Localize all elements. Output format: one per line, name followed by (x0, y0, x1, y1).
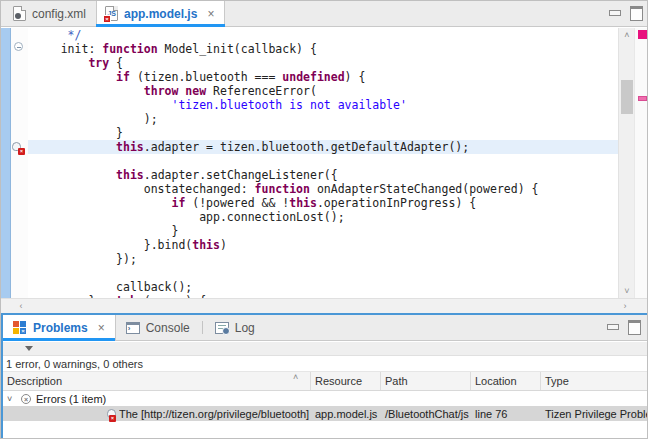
console-icon: › (126, 322, 140, 334)
tab-console[interactable]: › Console (116, 315, 200, 340)
errors-group-row[interactable]: ˅ × Errors (1 item) (3, 391, 647, 406)
close-icon[interactable]: × (207, 7, 214, 21)
ide-window: config.xml JS× app.model.js × × */ init: (0, 0, 648, 439)
errors-group-label: Errors (1 item) (36, 393, 106, 405)
editor-tabbar: config.xml JS× app.model.js × (1, 1, 648, 27)
column-resource[interactable]: Resource (311, 372, 381, 390)
tab-log-label: Log (235, 321, 255, 335)
problem-row[interactable]: × The [http://tizen.org/privilege/blueto… (3, 406, 647, 421)
overview-error-header-icon[interactable] (638, 30, 647, 39)
maximize-icon[interactable] (629, 5, 643, 19)
horizontal-scrollbar[interactable]: ‹ › (1, 298, 648, 313)
problems-icon: × (13, 321, 27, 335)
problems-table: Description ˄ Resource Path Location Typ… (3, 372, 647, 438)
editor-window-controls (607, 5, 643, 19)
tab-log[interactable]: Log (205, 315, 265, 340)
minimize-icon[interactable] (605, 319, 619, 333)
editor-body: × */ init: function Model_init(callback)… (1, 28, 648, 298)
column-path[interactable]: Path (381, 372, 471, 390)
problem-description: The [http://tizen.org/privilege/bluetoot… (119, 408, 311, 420)
column-location[interactable]: Location (471, 372, 541, 390)
problem-path: /BluetoothChat/js (381, 408, 471, 420)
problems-summary: 1 error, 0 warnings, 0 others (3, 356, 647, 372)
column-description[interactable]: Description (3, 372, 311, 390)
code-area[interactable]: */ init: function Model_init(callback) {… (28, 28, 618, 298)
chevron-down-icon[interactable]: ˅ (7, 394, 17, 404)
vertical-scrollbar-thumb[interactable] (621, 80, 633, 114)
problems-window-controls (605, 319, 641, 333)
tab-config-xml-label: config.xml (32, 7, 86, 21)
vertical-scrollbar[interactable]: ˄ ˅ (618, 28, 634, 298)
problem-resource: app.model.js (311, 408, 381, 420)
problem-location: line 76 (471, 408, 541, 420)
problems-toolbar (3, 342, 647, 356)
tab-problems[interactable]: × Problems × (3, 315, 116, 340)
problems-table-header: Description ˄ Resource Path Location Typ… (3, 372, 647, 391)
scroll-up-icon[interactable]: ˄ (619, 28, 635, 42)
log-icon (215, 322, 229, 334)
tab-app-model-js[interactable]: JS× app.model.js × (96, 1, 225, 26)
scroll-right-icon[interactable]: › (617, 299, 633, 314)
column-type[interactable]: Type (541, 372, 647, 390)
fold-collapse-icon[interactable] (14, 42, 23, 51)
quickdiff-strip (1, 28, 11, 298)
scroll-down-icon[interactable]: ˅ (619, 284, 635, 298)
overview-ruler (634, 28, 648, 298)
problems-part: × Problems × › Console Log 1 error, 0 wa (1, 313, 648, 439)
editor-part: config.xml JS× app.model.js × × */ init: (1, 1, 648, 313)
minimize-icon[interactable] (607, 5, 621, 19)
view-menu-icon[interactable] (25, 346, 33, 351)
error-lamp-icon[interactable]: × (12, 142, 24, 154)
scroll-left-icon[interactable]: ‹ (13, 299, 29, 314)
problem-type: Tizen Privilege Problem (541, 408, 647, 420)
tab-config-xml[interactable]: config.xml (5, 1, 96, 26)
tab-console-label: Console (146, 321, 190, 335)
close-icon[interactable]: × (98, 321, 105, 335)
problems-tabbar: × Problems × › Console Log (3, 315, 647, 341)
overview-error-marker-icon[interactable] (638, 96, 647, 101)
xml-file-icon (13, 6, 26, 21)
js-file-error-icon: JS× (105, 6, 118, 21)
tab-divider (202, 321, 203, 334)
sort-asc-icon: ˄ (293, 372, 298, 382)
error-lamp-icon: × (107, 409, 115, 421)
tab-app-model-js-label: app.model.js (124, 7, 197, 21)
error-circle-icon: × (21, 394, 31, 404)
annotation-ruler: × (11, 28, 28, 298)
tab-problems-label: Problems (33, 321, 88, 335)
maximize-icon[interactable] (627, 319, 641, 333)
